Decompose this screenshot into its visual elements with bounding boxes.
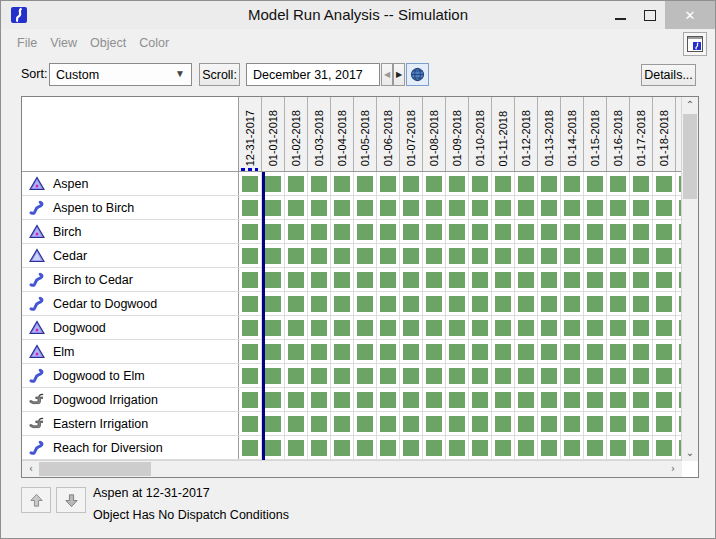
grid-cell[interactable] [607,268,630,291]
grid-cell[interactable] [584,268,607,291]
grid-cell[interactable] [262,220,285,243]
scroll-left-icon[interactable]: ‹ [23,462,39,476]
grid-cell[interactable] [515,364,538,387]
grid-cell[interactable] [354,292,377,315]
grid-cell[interactable] [331,436,354,459]
minimize-button[interactable] [605,1,635,29]
column-header-01-13-2018[interactable]: 01-13-2018 [538,97,561,171]
row-label-eastern-irrigation[interactable]: Eastern Irrigation [22,412,239,435]
grid-cell[interactable] [239,244,262,267]
scroll-date-input[interactable]: December 31, 2017 [246,63,380,86]
column-header-01-17-2018[interactable]: 01-17-2018 [630,97,653,171]
grid-cell[interactable] [285,244,308,267]
grid-cell[interactable] [423,268,446,291]
grid-cell[interactable] [630,292,653,315]
grid-cell[interactable] [331,316,354,339]
grid-cell[interactable] [515,340,538,363]
scroll-right-icon[interactable]: › [665,462,681,476]
grid-cell[interactable] [630,244,653,267]
column-header-01-01-2018[interactable]: 01-01-2018 [262,97,285,171]
grid-cell[interactable] [239,364,262,387]
grid-cell[interactable] [331,292,354,315]
grid-cell[interactable] [446,220,469,243]
grid-cell[interactable] [423,292,446,315]
grid-cell[interactable] [262,316,285,339]
column-header-01-02-2018[interactable]: 01-02-2018 [285,97,308,171]
grid-cell[interactable] [538,220,561,243]
row-label-dogwood-to-elm[interactable]: Dogwood to Elm [22,364,239,387]
grid-cell[interactable] [630,316,653,339]
grid-cell[interactable] [308,220,331,243]
grid-cell[interactable] [630,196,653,219]
grid-cell[interactable] [653,196,676,219]
grid-cell[interactable] [515,316,538,339]
grid-cell[interactable] [469,196,492,219]
grid-cell[interactable] [469,412,492,435]
grid-cell[interactable] [400,172,423,195]
vertical-scrollbar-thumb[interactable] [683,114,697,199]
grid-cell[interactable] [607,412,630,435]
grid-cell[interactable] [561,316,584,339]
grid-cell[interactable] [492,340,515,363]
grid-cell[interactable] [515,412,538,435]
grid-cell[interactable] [377,436,400,459]
grid-cell[interactable] [653,292,676,315]
grid-cell[interactable] [377,316,400,339]
grid-cell[interactable] [653,316,676,339]
grid-cell[interactable] [446,388,469,411]
grid-cell[interactable] [308,268,331,291]
grid-cell[interactable] [492,220,515,243]
grid-cell[interactable] [469,220,492,243]
grid-cell[interactable] [469,172,492,195]
sort-select[interactable]: Custom ▼ [49,63,192,86]
prev-object-button[interactable] [21,487,51,513]
grid-cell[interactable] [607,340,630,363]
grid-cell[interactable] [354,364,377,387]
grid-cell[interactable] [607,388,630,411]
grid-cell[interactable] [354,268,377,291]
grid-cell[interactable] [331,268,354,291]
date-globe-button[interactable] [406,63,429,86]
grid-cell[interactable] [400,196,423,219]
grid-cell[interactable] [331,388,354,411]
grid-cell[interactable] [515,292,538,315]
grid-cell[interactable] [377,244,400,267]
date-prev-button[interactable]: ◀ [381,63,393,86]
close-button[interactable]: ✕ [665,1,715,29]
grid-cell[interactable] [285,436,308,459]
grid-cell[interactable] [377,172,400,195]
grid-cell[interactable] [262,292,285,315]
grid-cell[interactable] [584,388,607,411]
row-label-elm[interactable]: Elm [22,340,239,363]
grid-cell[interactable] [630,268,653,291]
grid-cell[interactable] [538,316,561,339]
column-header-12-31-2017[interactable]: 12-31-2017 [239,97,262,171]
grid-cell[interactable] [239,316,262,339]
grid-cell[interactable] [331,364,354,387]
grid-cell[interactable] [423,436,446,459]
row-label-cedar-to-dogwood[interactable]: Cedar to Dogwood [22,292,239,315]
grid-cell[interactable] [515,244,538,267]
column-header-01-04-2018[interactable]: 01-04-2018 [331,97,354,171]
grid-cell[interactable] [262,244,285,267]
scroll-button[interactable]: Scroll: [199,63,240,86]
grid-cell[interactable] [653,220,676,243]
grid-cell[interactable] [239,388,262,411]
grid-cell[interactable] [469,292,492,315]
grid-cell[interactable] [630,172,653,195]
grid-cell[interactable] [492,364,515,387]
grid-cell[interactable] [400,220,423,243]
grid-cell[interactable] [239,292,262,315]
grid-cell[interactable] [354,436,377,459]
grid-cell[interactable] [423,220,446,243]
grid-cell[interactable] [446,292,469,315]
grid-cell[interactable] [630,364,653,387]
grid-cell[interactable] [423,196,446,219]
grid-cell[interactable] [515,436,538,459]
grid-cell[interactable] [308,388,331,411]
grid-cell[interactable] [561,268,584,291]
grid-cell[interactable] [607,220,630,243]
maximize-button[interactable] [635,1,665,29]
grid-cell[interactable] [446,196,469,219]
row-label-reach-for-diversion[interactable]: Reach for Diversion [22,436,239,459]
